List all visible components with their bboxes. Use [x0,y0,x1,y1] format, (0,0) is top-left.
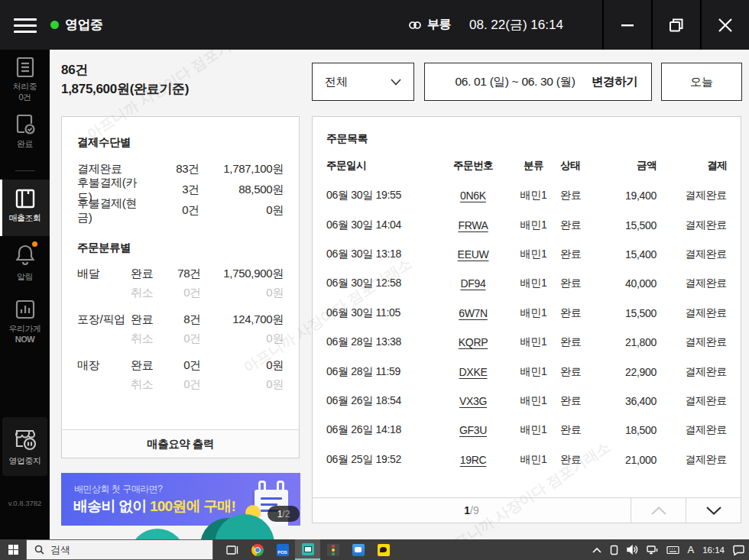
page-up-button[interactable] [631,498,686,523]
chevron-down-icon [391,79,401,86]
pos-app-button[interactable]: POS [270,539,295,560]
sidebar-item-mystore-now[interactable]: 우리가게 NOW [0,298,50,345]
payment-section-title: 결제수단별 [77,135,284,150]
taskbar-clock[interactable]: 16:14 [702,545,725,555]
page-indicator: 1/9 [313,498,631,523]
order-row[interactable]: 06월 28일 13:38 KQRP 배민1 완료 21,800 결제완료 [313,328,741,357]
order-payment: 결제완료 [657,306,727,320]
taskbar-search-box[interactable]: 검색 [26,539,213,560]
page-current: 1 [464,504,470,516]
your-phone-icon[interactable] [610,545,618,555]
order-payment: 결제완료 [657,453,727,467]
order-number-link[interactable]: DF94 [439,277,507,290]
task-view-icon [226,545,238,555]
order-category: 배민1 [507,365,560,379]
titlebar-datetime: 08. 22(금) 16:14 [469,0,563,50]
vroong-link[interactable]: 부릉 [408,0,451,50]
category-status: 완료 [131,267,165,281]
current-app-button[interactable] [295,539,320,560]
category-row-done: 배달 완료 78건 1,750,900원 [77,264,284,283]
minimize-button[interactable] [602,0,651,50]
sales-summary: 86건 1,875,600원(완료기준) [61,60,189,99]
app-window: 영업중 부릉 08. 22(금) 16:14 [0,0,749,560]
payment-amount: 0원 [199,203,284,218]
close-button[interactable] [700,0,749,50]
start-button[interactable] [0,539,26,560]
order-number-link[interactable]: 19RC [439,454,507,466]
print-summary-button[interactable]: 매출요약 출력 [62,429,299,458]
order-number-link[interactable]: DXKE [439,366,507,378]
payment-count: 83건 [142,162,199,176]
document-check-icon [14,113,37,136]
category-amount: 0원 [201,358,284,373]
sidebar-item-completed[interactable]: 완료 [0,113,50,149]
order-amount: 19,400 [608,189,657,202]
order-row[interactable]: 06월 30일 13:18 EEUW 배민1 완료 15,400 결제완료 [313,240,741,269]
network-icon[interactable] [647,545,658,555]
ime-indicator[interactable]: A [688,544,695,555]
order-row[interactable]: 06월 26일 18:54 VX3G 배민1 완료 36,400 결제완료 [313,387,741,416]
category-amount: 124,700원 [201,312,284,327]
category-amount: 0원 [201,286,284,300]
restore-button[interactable] [651,0,700,50]
order-payment: 결제완료 [657,189,727,202]
order-row[interactable]: 06월 26일 14:18 GF3U 배민1 완료 18,500 결제완료 [313,416,741,445]
order-number-link[interactable]: EEUW [439,248,507,261]
col-category: 분류 [507,159,560,173]
order-number-link[interactable]: GF3U [439,424,507,436]
chrome-app-button[interactable] [245,539,270,560]
order-row[interactable]: 06월 28일 11:59 DXKE 배민1 완료 22,900 결제완료 [313,357,741,386]
order-number-link[interactable]: VX3G [439,395,507,407]
hamburger-menu-icon[interactable] [14,18,37,33]
order-datetime: 06월 28일 13:38 [326,335,439,349]
tray-expand-button[interactable] [592,547,601,553]
keyboard-icon[interactable] [666,545,679,555]
order-type-dropdown[interactable]: 전체 [312,63,414,101]
messenger-app-button[interactable] [345,539,371,560]
link-icon [408,20,422,31]
date-range-box: 06. 01 (일) ~ 06. 30 (월) 변경하기 [424,63,652,101]
summary-count: 86건 [61,60,189,79]
ad-banner[interactable]: 배민상회 첫 구매라면? 배송비 없이 100원에 구매! [61,473,300,526]
sidebar-item-processing[interactable]: 처리중 0건 [0,56,50,102]
change-date-button[interactable]: 변경하기 [592,74,637,90]
task-view-button[interactable] [219,539,245,560]
volume-icon[interactable] [627,545,638,555]
order-amount: 40,000 [608,277,657,290]
order-type-selected: 전체 [325,75,348,89]
order-datetime: 06월 26일 14:18 [326,423,439,437]
chevron-up-icon [592,547,601,553]
order-row[interactable]: 06월 30일 11:05 6W7N 배민1 완료 15,500 결제완료 [313,299,741,328]
order-row[interactable]: 06월 30일 12:58 DF94 배민1 완료 40,000 결제완료 [313,269,741,298]
stop-business-button[interactable]: 영업중지 [2,417,47,476]
page-total: /9 [470,504,479,516]
order-number-link[interactable]: 0N6K [439,189,507,202]
category-status: 취소 [131,377,165,392]
sidebar-item-notifications[interactable]: 알림 [0,243,50,282]
order-number-link[interactable]: KQRP [439,336,507,348]
category-count: 78건 [165,267,201,281]
printer-app-button[interactable] [320,539,345,560]
action-center-icon[interactable] [733,545,744,555]
today-button[interactable]: 오늘 [661,63,742,101]
sidebar-item-label: 완료 [17,139,33,149]
minimize-icon [619,17,636,34]
page-down-button[interactable] [686,498,741,523]
order-number-link[interactable]: FRWA [439,219,507,231]
order-row[interactable]: 06월 25일 19:52 19RC 배민1 완료 21,000 결제완료 [313,445,741,474]
order-number-link[interactable]: 6W7N [439,307,507,319]
sidebar-item-sales[interactable]: 매출조회 [0,187,50,223]
order-row[interactable]: 06월 30일 14:04 FRWA 배민1 완료 15,500 결제완료 [313,210,741,239]
summary-amount: 1,875,600원(완료기준) [61,79,189,99]
store-pause-icon [12,427,38,452]
document-icon [15,56,36,79]
order-row[interactable]: 06월 30일 19:55 0N6K 배민1 완료 19,400 결제완료 [313,181,741,210]
kakaotalk-app-button[interactable] [371,539,396,560]
order-amount: 15,500 [608,219,657,231]
status-dot-icon [50,21,59,29]
sidebar: 처리중 0건 완료 매출조회 알림 [0,50,50,539]
category-amount: 1,750,900원 [201,267,284,281]
order-amount: 21,000 [608,454,657,466]
order-datetime: 06월 30일 13:18 [326,248,439,261]
stop-business-label: 영업중지 [9,455,41,467]
